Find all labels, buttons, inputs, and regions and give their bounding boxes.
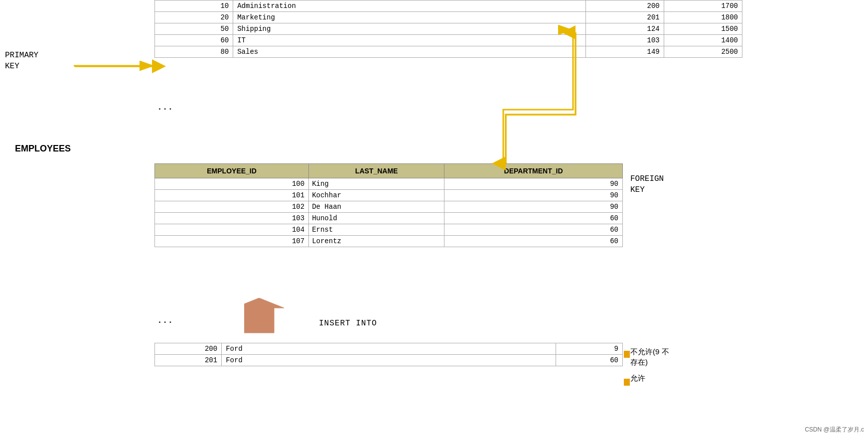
dept-col3: 149 — [585, 46, 664, 58]
dept-row: 60 IT 103 1400 — [155, 35, 742, 46]
emp-row: 104 Ernst 60 — [155, 224, 623, 236]
last-name: Ernst — [309, 224, 444, 236]
emp-id: 107 — [155, 236, 309, 247]
insert-dept-id: 60 — [556, 355, 622, 366]
emp-id: 100 — [155, 178, 309, 190]
employees-table-area: EMPLOYEE_ID LAST_NAME DEPARTMENT_ID 100 … — [154, 163, 623, 247]
last-name: Hunold — [309, 213, 444, 224]
dept-col4: 1500 — [664, 23, 742, 35]
last-name: Lorentz — [309, 236, 444, 247]
annotation-not-allowed: 不允许(9 不 存在) — [630, 346, 669, 367]
main-container: 10 Administration 200 170020 Marketing 2… — [0, 0, 868, 438]
dept-col2: Sales — [233, 46, 585, 58]
yellow-dash-not-allowed — [624, 351, 630, 358]
dept-col3: 200 — [585, 0, 664, 12]
insert-table: 200 Ford 9201 Ford 60 — [154, 343, 623, 366]
emp-id: 103 — [155, 213, 309, 224]
dots-top: ... — [157, 102, 173, 112]
primary-key-label: PRIMARY KEY — [5, 50, 38, 72]
emp-id: 102 — [155, 201, 309, 213]
foreign-key-label: FOREIGN KEY — [630, 173, 664, 196]
col-last-name: LAST_NAME — [309, 164, 444, 178]
dept-col1: 60 — [155, 35, 233, 46]
dept-col2: Administration — [233, 0, 585, 12]
dept-col4: 1700 — [664, 0, 742, 12]
col-employee-id: EMPLOYEE_ID — [155, 164, 309, 178]
dept-col4: 1800 — [664, 12, 742, 23]
dept-row: 20 Marketing 201 1800 — [155, 12, 742, 23]
employees-section-label: EMPLOYEES — [15, 144, 71, 154]
emp-id: 101 — [155, 190, 309, 201]
emp-row: 103 Hunold 60 — [155, 213, 623, 224]
dept-row: 80 Sales 149 2500 — [155, 46, 742, 58]
emp-row: 101 Kochhar 90 — [155, 190, 623, 201]
dept-row: 50 Shipping 124 1500 — [155, 23, 742, 35]
dept-col2: Marketing — [233, 12, 585, 23]
dept-col1: 50 — [155, 23, 233, 35]
emp-row: 107 Lorentz 60 — [155, 236, 623, 247]
emp-dept-id: 60 — [444, 224, 623, 236]
dept-col3: 124 — [585, 23, 664, 35]
departments-table-area: 10 Administration 200 170020 Marketing 2… — [154, 0, 742, 58]
dept-row: 10 Administration 200 1700 — [155, 0, 742, 12]
emp-dept-id: 90 — [444, 178, 623, 190]
dept-col4: 1400 — [664, 35, 742, 46]
insert-into-label: INSERT INTO — [319, 319, 377, 328]
departments-table: 10 Administration 200 170020 Marketing 2… — [154, 0, 742, 58]
insert-arrow-svg — [244, 298, 334, 338]
emp-id: 104 — [155, 224, 309, 236]
insert-row: 200 Ford 9 — [155, 343, 623, 355]
emp-dept-id: 90 — [444, 190, 623, 201]
insert-last-name: Ford — [222, 343, 556, 355]
insert-row: 201 Ford 60 — [155, 355, 623, 366]
yellow-dash-allowed — [624, 379, 630, 386]
annotation-allowed: 允许 — [630, 374, 645, 383]
svg-marker-11 — [244, 298, 284, 333]
dept-col3: 103 — [585, 35, 664, 46]
dept-col1: 20 — [155, 12, 233, 23]
dept-col4: 2500 — [664, 46, 742, 58]
emp-row: 102 De Haan 90 — [155, 201, 623, 213]
watermark: CSDN @温柔了岁月.c — [805, 426, 864, 434]
dept-col2: Shipping — [233, 23, 585, 35]
insert-dept-id: 9 — [556, 343, 622, 355]
insert-rows-area: 200 Ford 9201 Ford 60 — [154, 343, 623, 366]
emp-row: 100 King 90 — [155, 178, 623, 190]
employees-table: EMPLOYEE_ID LAST_NAME DEPARTMENT_ID 100 … — [154, 163, 623, 247]
dept-col2: IT — [233, 35, 585, 46]
last-name: De Haan — [309, 201, 444, 213]
emp-dept-id: 90 — [444, 201, 623, 213]
insert-emp-id: 200 — [155, 343, 222, 355]
insert-last-name: Ford — [222, 355, 556, 366]
dept-col1: 10 — [155, 0, 233, 12]
last-name: King — [309, 178, 444, 190]
dept-col1: 80 — [155, 46, 233, 58]
col-department-id: DEPARTMENT_ID — [444, 164, 623, 178]
dots-middle: ... — [157, 315, 173, 325]
dept-col3: 201 — [585, 12, 664, 23]
emp-dept-id: 60 — [444, 236, 623, 247]
emp-dept-id: 60 — [444, 213, 623, 224]
last-name: Kochhar — [309, 190, 444, 201]
insert-emp-id: 201 — [155, 355, 222, 366]
